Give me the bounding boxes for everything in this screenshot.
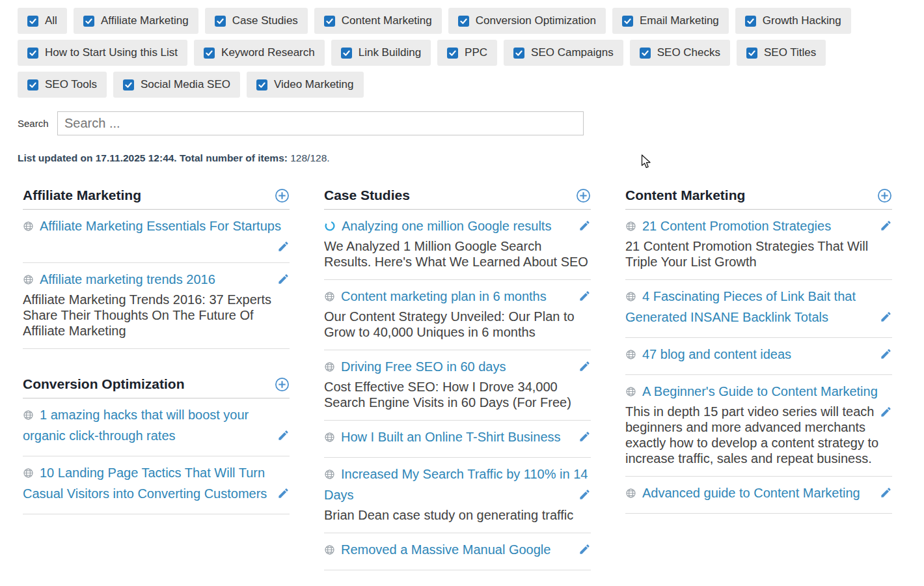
category-title: Conversion Optimization [23,376,185,392]
globe-icon [23,274,34,285]
edit-pencil-icon[interactable] [578,290,591,302]
item-link[interactable]: Advanced guide to Content Marketing [642,486,860,500]
list-item: Content marketing plan in 6 monthsOur Co… [324,280,591,350]
checkbox-checked-icon[interactable] [513,48,524,59]
filter-chip-link-building[interactable]: Link Building [331,40,431,66]
item-link[interactable]: Affiliate marketing trends 2016 [40,272,215,286]
columns: Affiliate MarketingAffiliate Marketing E… [18,188,924,586]
filter-chip-label: SEO Campaigns [531,46,614,59]
edit-pencil-icon[interactable] [578,543,591,555]
filter-chip-seo-tools[interactable]: SEO Tools [18,72,107,98]
edit-pencil-icon[interactable] [277,273,290,285]
checkbox-checked-icon[interactable] [745,16,756,27]
filter-chip-seo-campaigns[interactable]: SEO Campaigns [504,40,623,66]
checkbox-checked-icon[interactable] [27,48,38,59]
add-item-plus-icon[interactable] [877,188,892,203]
edit-pencil-icon[interactable] [578,488,591,501]
filter-chip-ppc[interactable]: PPC [437,40,497,66]
item-link[interactable]: Removed a Massive Manual Google [341,542,550,557]
checkbox-checked-icon[interactable] [27,16,38,27]
filter-chip-content-marketing[interactable]: Content Marketing [314,8,442,34]
filter-chip-keyword-research[interactable]: Keyword Research [194,40,325,66]
edit-pencil-icon[interactable] [880,348,892,360]
item-link[interactable]: 10 Landing Page Tactics That Will Turn C… [23,466,267,501]
checkbox-checked-icon[interactable] [447,48,458,59]
item-title-row: Increased My Search Traffic by 110% in 1… [324,464,591,505]
filter-chip-video-marketing[interactable]: Video Marketing [247,72,364,98]
filter-chip-label: All [45,14,57,27]
filter-chip-label: How to Start Using this List [45,46,178,59]
filter-chip-label: Conversion Optimization [476,14,596,27]
checkbox-checked-icon[interactable] [746,48,757,59]
checkbox-checked-icon[interactable] [215,16,226,27]
filter-chip-label: Case Studies [232,14,298,27]
item-link[interactable]: Analyzing one million Google results [342,219,551,233]
filter-chip-label: Growth Hacking [763,14,841,27]
edit-pencil-icon[interactable] [277,429,290,441]
edit-pencil-icon[interactable] [880,406,892,418]
edit-pencil-icon[interactable] [578,430,591,443]
item-link[interactable]: Increased My Search Traffic by 110% in 1… [324,467,588,502]
checkbox-checked-icon[interactable] [27,79,38,91]
edit-pencil-icon[interactable] [880,486,892,499]
list-item: 10 Landing Page Tactics That Will Turn C… [23,456,290,514]
filter-row: SEO ToolsSocial Media SEOVideo Marketing [18,72,924,98]
edit-pencil-icon[interactable] [880,311,892,323]
curated-link-list-page: AllAffiliate MarketingCase StudiesConten… [0,0,924,586]
filter-chip-email-marketing[interactable]: Email Marketing [612,8,729,34]
filter-chip-label: Link Building [359,46,421,59]
status-updated-value: 17.11.2025 12:44. [96,152,177,163]
list-item: Removed a Massive Manual Google [324,533,591,570]
globe-icon [324,432,335,443]
edit-pencil-icon[interactable] [277,240,290,253]
filter-chip-label: SEO Checks [657,46,720,59]
checkbox-checked-icon[interactable] [458,16,469,27]
item-link[interactable]: A Beginner's Guide to Content Marketing [642,384,878,398]
list-item: Driving Free SEO in 60 daysCost Effectiv… [324,350,591,421]
search-row: Search [18,111,924,135]
checkbox-checked-icon[interactable] [256,79,267,91]
item-link[interactable]: How I Built an Online T-Shirt Business [341,430,561,444]
item-link[interactable]: 1 amazing hacks that will boost your org… [23,408,249,443]
checkbox-checked-icon[interactable] [204,48,215,59]
add-item-plus-icon[interactable] [576,188,591,203]
filter-chip-affiliate-marketing[interactable]: Affiliate Marketing [74,8,198,34]
item-link[interactable]: 47 blog and content ideas [642,347,791,361]
checkbox-checked-icon[interactable] [83,16,94,27]
checkbox-checked-icon[interactable] [640,48,651,59]
filter-chip-social-media-seo[interactable]: Social Media SEO [113,72,240,98]
filter-chip-case-studies[interactable]: Case Studies [205,8,308,34]
item-link[interactable]: 21 Content Promotion Strategies [642,219,831,233]
checkbox-checked-icon[interactable] [341,48,352,59]
item-description: Our Content Strategy Unveiled: Our Plan … [324,309,591,340]
filter-chip-all[interactable]: All [18,8,67,34]
list-item: 4 Fascinating Pieces of Link Bait that G… [625,280,892,338]
edit-pencil-icon[interactable] [880,219,892,232]
edit-pencil-icon[interactable] [578,219,591,232]
status-updated-label: List updated on [18,152,92,163]
item-title-row: 1 amazing hacks that will boost your org… [23,404,290,446]
filter-chip-growth-hacking[interactable]: Growth Hacking [735,8,851,34]
item-link[interactable]: 4 Fascinating Pieces of Link Bait that G… [625,289,856,324]
add-item-plus-icon[interactable] [275,188,290,203]
checkbox-checked-icon[interactable] [622,16,633,27]
filter-chip-seo-titles[interactable]: SEO Titles [737,40,826,66]
item-link[interactable]: Affiliate Marketing Essentials For Start… [40,219,281,233]
checkbox-checked-icon[interactable] [324,16,335,27]
item-title-row: Removed a Massive Manual Google [324,539,591,560]
list-item: 1 amazing hacks that will boost your org… [23,398,290,456]
filter-bar: AllAffiliate MarketingCase StudiesConten… [18,8,924,98]
filter-row: AllAffiliate MarketingCase StudiesConten… [18,8,924,34]
item-link[interactable]: Content marketing plan in 6 months [341,289,547,303]
filter-chip-conversion-optimization[interactable]: Conversion Optimization [448,8,606,34]
edit-pencil-icon[interactable] [277,487,290,499]
globe-icon [324,361,335,372]
edit-pencil-icon[interactable] [578,360,591,372]
filter-chip-seo-checks[interactable]: SEO Checks [630,40,730,66]
filter-chip-how-to-start-using-this-list[interactable]: How to Start Using this List [18,40,187,66]
add-item-plus-icon[interactable] [275,377,290,392]
search-input[interactable] [57,111,584,135]
item-title-row: Content marketing plan in 6 months [324,286,591,307]
checkbox-checked-icon[interactable] [123,79,134,91]
item-link[interactable]: Driving Free SEO in 60 days [341,359,506,374]
